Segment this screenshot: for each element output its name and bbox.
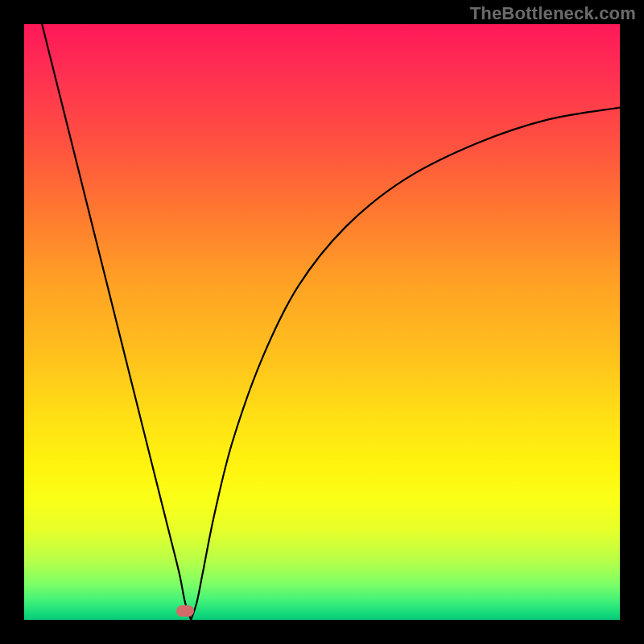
bottleneck-curve [24, 24, 620, 620]
chart-frame: TheBottleneck.com [0, 0, 644, 644]
plot-area [24, 24, 620, 620]
watermark-text: TheBottleneck.com [470, 3, 636, 24]
minimum-marker [176, 605, 194, 617]
